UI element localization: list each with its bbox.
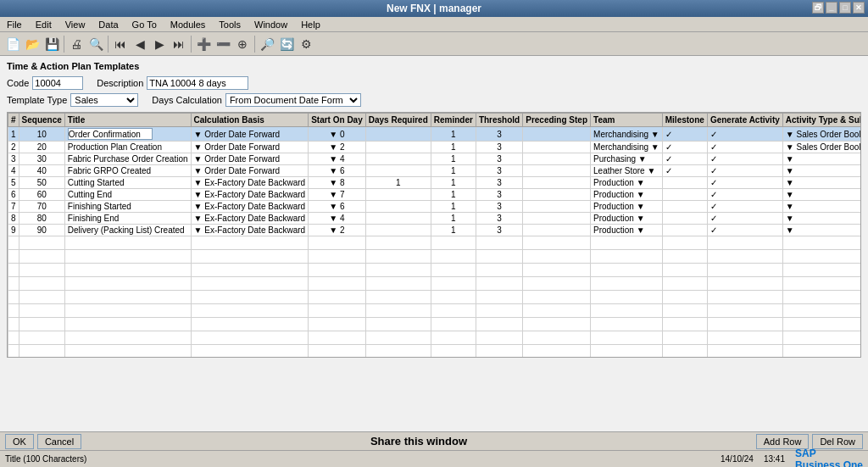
table-cell: ▼ 6	[309, 165, 366, 177]
table-cell: 1	[431, 153, 476, 165]
menu-modules[interactable]: Modules	[167, 17, 209, 31]
table-row-empty	[8, 318, 862, 331]
empty-cell	[64, 304, 191, 318]
toolbar-next[interactable]: ▶	[150, 35, 169, 53]
toolbar-find[interactable]: 🔎	[258, 35, 276, 53]
toolbar-duplicate[interactable]: ⊕	[233, 35, 252, 53]
table-cell: ▼ Ex-Factory Date Backward	[191, 189, 309, 201]
empty-cell	[8, 345, 19, 359]
table-cell	[365, 189, 431, 201]
empty-cell	[591, 318, 663, 331]
menu-window[interactable]: Window	[251, 17, 291, 31]
menu-file[interactable]: File	[3, 17, 25, 31]
bottom-left: OK Cancel	[5, 434, 81, 449]
empty-cell	[365, 264, 431, 277]
col-activity-subj: Activity Type & Subject	[782, 114, 861, 127]
table-row[interactable]: 660Cutting End▼ Ex-Factory Date Backward…	[8, 189, 862, 201]
table-row-empty	[8, 304, 862, 318]
empty-cell	[591, 291, 663, 304]
table-row[interactable]: 110▼ Order Date Forward▼ 013Merchandisin…	[8, 127, 862, 142]
table-cell	[523, 177, 591, 189]
close-btn[interactable]: ✕	[853, 2, 865, 14]
table-row[interactable]: 550Cutting Started▼ Ex-Factory Date Back…	[8, 177, 862, 189]
toolbar-open[interactable]: 📂	[23, 35, 42, 53]
template-type-select[interactable]: Sales	[70, 93, 138, 107]
table-row[interactable]: 990Delivery (Packing List) Created▼ Ex-F…	[8, 225, 862, 236]
cancel-button[interactable]: Cancel	[37, 434, 81, 449]
status-time: 13:41	[764, 454, 785, 464]
table-cell: ▼ 4	[309, 153, 366, 165]
empty-cell	[64, 277, 191, 291]
menu-goto[interactable]: Go To	[129, 17, 160, 31]
empty-cell	[365, 250, 431, 264]
table-cell: 3	[476, 189, 522, 201]
code-label: Code	[7, 78, 29, 88]
days-calc-select[interactable]: From Document Date Form	[225, 93, 361, 107]
title-cell-input[interactable]	[68, 128, 153, 140]
table-cell: Merchandising ▼	[591, 142, 663, 153]
menu-view[interactable]: View	[62, 17, 89, 31]
toolbar-last[interactable]: ⏭	[170, 35, 188, 53]
empty-cell	[365, 331, 431, 345]
table-cell: ▼ 0	[309, 127, 366, 142]
col-calc-basis: Calculation Basis	[191, 114, 309, 127]
empty-cell	[191, 291, 309, 304]
toolbar-preview[interactable]: 🔍	[86, 35, 105, 53]
toolbar-refresh[interactable]: 🔄	[277, 35, 296, 53]
table-row[interactable]: 770Finishing Started▼ Ex-Factory Date Ba…	[8, 201, 862, 213]
empty-cell	[662, 264, 707, 277]
menu-edit[interactable]: Edit	[32, 17, 55, 31]
table-cell: Leather Store ▼	[591, 165, 663, 177]
toolbar-print[interactable]: 🖨	[67, 35, 86, 53]
table-cell: ✓	[662, 142, 707, 153]
table-cell: ✓	[707, 165, 782, 177]
table-row[interactable]: 330Fabric Purchase Order Creation▼ Order…	[8, 153, 862, 165]
table-row-empty	[8, 331, 862, 345]
table-cell: 10	[19, 127, 64, 142]
toolbar-first[interactable]: ⏮	[111, 35, 130, 53]
toolbar-remove[interactable]: ➖	[214, 35, 232, 53]
table-row[interactable]: 880Finishing End▼ Ex-Factory Date Backwa…	[8, 213, 862, 225]
toolbar-prev[interactable]: ◀	[131, 35, 149, 53]
table-cell: ✓	[707, 189, 782, 201]
empty-cell	[662, 250, 707, 264]
empty-cell	[707, 331, 782, 345]
table-row[interactable]: 220Production Plan Creation▼ Order Date …	[8, 142, 862, 153]
table-row-empty	[8, 236, 862, 250]
col-gen-activity: Generate Activity	[707, 114, 782, 127]
maximize-btn[interactable]: □	[839, 2, 851, 14]
code-input[interactable]	[32, 76, 83, 90]
table-header-row: # Sequence Title Calculation Basis Start…	[8, 114, 862, 127]
table-cell: ▼ Sales Order Booking	[782, 127, 861, 142]
window-controls: 🗗 _ □ ✕	[812, 2, 865, 14]
empty-cell	[782, 236, 861, 250]
table-cell: 9	[8, 225, 19, 236]
minimize-btn[interactable]: _	[826, 2, 837, 14]
menu-data[interactable]: Data	[95, 17, 121, 31]
table-cell: Cutting Started	[64, 177, 191, 189]
table-cell: Production ▼	[591, 225, 663, 236]
empty-cell	[309, 236, 366, 250]
toolbar-save[interactable]: 💾	[42, 35, 61, 53]
empty-cell	[523, 331, 591, 345]
toolbar-new[interactable]: 📄	[3, 35, 22, 53]
description-input[interactable]	[147, 76, 248, 90]
table-cell: 3	[476, 213, 522, 225]
table-cell: 30	[19, 153, 64, 165]
table-row[interactable]: 440Fabric GRPO Created▼ Order Date Forwa…	[8, 165, 862, 177]
table-cell: ▼ Ex-Factory Date Backward	[191, 201, 309, 213]
menu-help[interactable]: Help	[298, 17, 324, 31]
table-cell: ▼	[782, 177, 861, 189]
ok-button[interactable]: OK	[5, 434, 34, 449]
empty-cell	[782, 264, 861, 277]
empty-cell	[8, 250, 19, 264]
toolbar-sep-3	[191, 36, 192, 53]
empty-cell	[591, 250, 663, 264]
empty-cell	[309, 331, 366, 345]
toolbar-add[interactable]: ➕	[194, 35, 213, 53]
empty-cell	[662, 291, 707, 304]
restore-btn[interactable]: 🗗	[812, 2, 824, 14]
toolbar-settings[interactable]: ⚙	[297, 35, 315, 53]
menu-tools[interactable]: Tools	[215, 17, 244, 31]
table-cell: Production ▼	[591, 213, 663, 225]
